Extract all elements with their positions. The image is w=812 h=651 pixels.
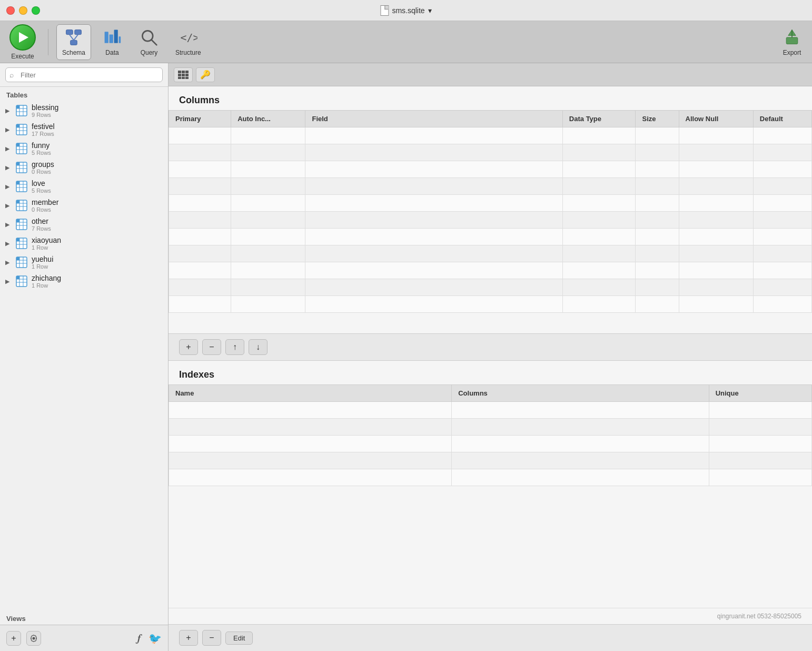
svg-rect-78 <box>185 71 189 73</box>
svg-rect-7 <box>114 29 118 43</box>
table-item-info: yuehui 1 Row <box>32 255 53 270</box>
svg-rect-76 <box>178 71 181 73</box>
indexes-actions: + − Edit <box>169 624 812 651</box>
structure-button[interactable]: </> Structure <box>170 25 206 60</box>
execute-button[interactable]: Execute <box>5 22 40 62</box>
filter-bar: ⌕ <box>0 63 168 87</box>
svg-rect-12 <box>786 37 798 44</box>
grid-icon <box>178 71 189 79</box>
sidebar-item-groups[interactable]: ▶ groups 0 Rows <box>0 158 168 177</box>
maximize-button[interactable] <box>32 6 40 15</box>
svg-point-75 <box>33 637 35 639</box>
col-header-primary: Primary <box>169 111 231 127</box>
indexes-header: Name Columns Unique <box>169 385 812 402</box>
svg-rect-68 <box>16 257 19 260</box>
table-item-info: love 5 Rows <box>32 179 51 194</box>
svg-rect-62 <box>16 238 19 241</box>
table-grid-icon <box>16 143 27 154</box>
svg-line-4 <box>74 34 78 40</box>
query-button[interactable]: Query <box>133 25 165 60</box>
sidebar-item-love[interactable]: ▶ love 5 Rows <box>0 177 168 196</box>
svg-rect-82 <box>178 77 181 79</box>
svg-rect-79 <box>178 74 181 76</box>
table-row-count: 1 Row <box>32 282 61 289</box>
add-index-button[interactable]: + <box>179 630 198 646</box>
schema-button[interactable]: Schema <box>56 24 91 60</box>
sidebar-item-festivel[interactable]: ▶ festivel 17 Rows <box>0 120 168 139</box>
svg-rect-2 <box>71 40 77 45</box>
table-item-info: other 7 Rows <box>32 217 51 232</box>
add-table-button[interactable]: + <box>6 631 21 646</box>
sidebar-item-yuehui[interactable]: ▶ yuehui 1 Row <box>0 253 168 272</box>
content-area: 🔑 Columns Primary Auto Inc... Field Data… <box>169 63 812 651</box>
table-row <box>169 245 812 262</box>
twitter-icon[interactable]: 🐦 <box>148 632 162 645</box>
execute-triangle-icon <box>19 32 28 43</box>
data-button[interactable]: Data <box>96 25 128 60</box>
col-header-field: Field <box>305 111 562 127</box>
table-name: festivel <box>32 122 55 131</box>
table-row-count: 1 Row <box>32 263 53 270</box>
expand-icon: ▶ <box>5 202 12 209</box>
table-item-info: zhichang 1 Row <box>32 274 61 289</box>
table-grid-icon <box>16 257 27 268</box>
table-row <box>169 402 812 419</box>
table-item-info: groups 0 Rows <box>32 160 54 175</box>
sidebar-item-other[interactable]: ▶ other 7 Rows <box>0 215 168 234</box>
table-grid-icon <box>16 275 27 287</box>
col-header-default: Default <box>753 111 811 127</box>
remove-column-button[interactable]: − <box>202 339 221 355</box>
sidebar-item-funny[interactable]: ▶ funny 5 Rows <box>0 139 168 158</box>
table-row <box>169 452 812 469</box>
close-button[interactable] <box>6 6 15 15</box>
table-row-count: 9 Rows <box>32 112 58 118</box>
sidebar-item-blessing[interactable]: ▶ blessing 9 Rows <box>0 101 168 120</box>
table-name: funny <box>32 141 51 150</box>
indexes-title: Indexes <box>169 361 812 384</box>
columns-body <box>169 127 812 313</box>
table-grid-icon <box>16 105 27 116</box>
svg-rect-56 <box>16 219 19 222</box>
table-item-info: funny 5 Rows <box>32 141 51 156</box>
file-icon <box>380 5 389 16</box>
svg-rect-44 <box>16 181 19 184</box>
move-up-button[interactable]: ↑ <box>225 339 244 355</box>
sidebar-item-zhichang[interactable]: ▶ zhichang 1 Row <box>0 272 168 291</box>
export-button[interactable]: Export <box>777 25 807 60</box>
table-grid-icon <box>16 181 27 192</box>
key-button[interactable]: 🔑 <box>196 67 215 82</box>
add-column-button[interactable]: + <box>179 339 198 355</box>
svg-line-3 <box>70 34 74 40</box>
sidebar-item-member[interactable]: ▶ member 0 Rows <box>0 196 168 215</box>
col-header-datatype: Data Type <box>562 111 636 127</box>
grid-view-button[interactable] <box>174 67 193 82</box>
watermark: qingruanit.net 0532-85025005 <box>169 608 812 624</box>
remove-index-button[interactable]: − <box>202 630 221 646</box>
filter-input[interactable] <box>5 67 163 82</box>
table-row <box>169 262 812 279</box>
facebook-icon[interactable]: 𝒇 <box>137 632 141 644</box>
expand-icon: ▶ <box>5 164 12 171</box>
dropdown-arrow[interactable]: ▾ <box>428 6 432 15</box>
table-row-count: 7 Rows <box>32 225 51 232</box>
minimize-button[interactable] <box>19 6 27 15</box>
col-header-allownull: Allow Null <box>679 111 753 127</box>
table-row <box>169 469 812 486</box>
table-row <box>169 144 812 161</box>
tables-header: Tables <box>0 87 168 101</box>
sidebar-item-xiaoyuan[interactable]: ▶ xiaoyuan 1 Row <box>0 234 168 253</box>
table-name: zhichang <box>32 274 61 282</box>
idx-header-columns: Columns <box>452 385 709 402</box>
columns-title: Columns <box>169 86 812 110</box>
move-down-button[interactable]: ↓ <box>249 339 268 355</box>
svg-rect-84 <box>185 77 189 79</box>
query-icon <box>140 28 159 47</box>
idx-header-name: Name <box>169 385 452 402</box>
table-name: yuehui <box>32 255 53 263</box>
settings-button[interactable] <box>26 631 41 646</box>
table-name: member <box>32 198 58 206</box>
table-row <box>169 229 812 245</box>
table-row-count: 17 Rows <box>32 131 55 137</box>
table-row-count: 0 Rows <box>32 206 58 213</box>
edit-index-button[interactable]: Edit <box>225 632 253 645</box>
